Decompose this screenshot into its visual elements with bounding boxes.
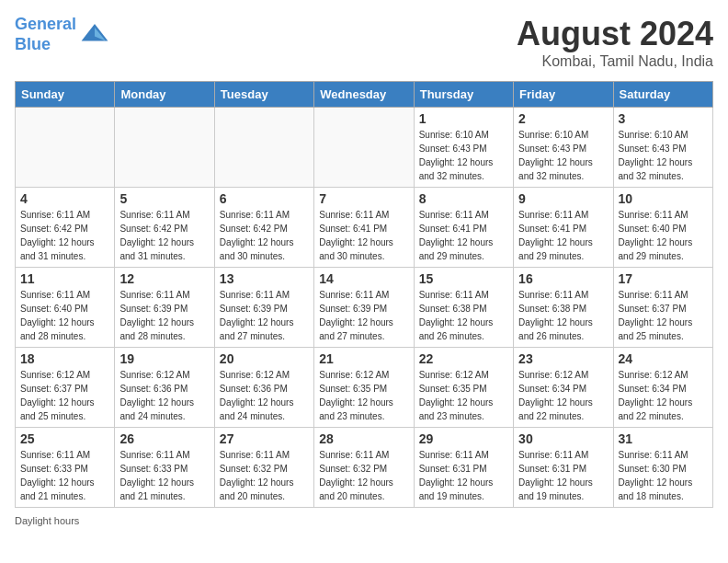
calendar-header-friday: Friday	[514, 82, 613, 108]
day-number: 19	[119, 351, 209, 366]
calendar-cell: 4Sunrise: 6:11 AM Sunset: 6:42 PM Daylig…	[16, 188, 115, 268]
day-number: 5	[119, 191, 209, 206]
calendar-week-5: 25Sunrise: 6:11 AM Sunset: 6:33 PM Dayli…	[16, 428, 713, 508]
calendar-cell: 25Sunrise: 6:11 AM Sunset: 6:33 PM Dayli…	[16, 428, 115, 508]
day-info: Sunrise: 6:11 AM Sunset: 6:38 PM Dayligh…	[518, 288, 608, 343]
calendar-cell	[314, 108, 414, 188]
calendar-cell: 5Sunrise: 6:11 AM Sunset: 6:42 PM Daylig…	[115, 188, 214, 268]
calendar-cell: 10Sunrise: 6:11 AM Sunset: 6:40 PM Dayli…	[613, 188, 712, 268]
calendar-cell: 15Sunrise: 6:11 AM Sunset: 6:38 PM Dayli…	[414, 268, 513, 348]
calendar-week-4: 18Sunrise: 6:12 AM Sunset: 6:37 PM Dayli…	[16, 348, 713, 428]
calendar-cell: 9Sunrise: 6:11 AM Sunset: 6:41 PM Daylig…	[514, 188, 613, 268]
calendar-cell: 22Sunrise: 6:12 AM Sunset: 6:35 PM Dayli…	[414, 348, 513, 428]
calendar-header-row: SundayMondayTuesdayWednesdayThursdayFrid…	[16, 82, 713, 108]
day-info: Sunrise: 6:11 AM Sunset: 6:41 PM Dayligh…	[419, 208, 508, 263]
month-year: August 2024	[517, 15, 713, 53]
day-number: 8	[419, 191, 508, 206]
day-number: 10	[619, 191, 708, 206]
calendar-header-tuesday: Tuesday	[214, 82, 313, 108]
calendar-cell	[214, 108, 313, 188]
day-info: Sunrise: 6:12 AM Sunset: 6:37 PM Dayligh…	[20, 368, 109, 423]
logo: General Blue	[15, 15, 109, 54]
day-number: 16	[518, 271, 608, 286]
calendar-header-sunday: Sunday	[16, 82, 115, 108]
day-info: Sunrise: 6:12 AM Sunset: 6:36 PM Dayligh…	[220, 368, 309, 423]
day-number: 18	[20, 351, 109, 366]
day-number: 27	[220, 431, 309, 446]
day-info: Sunrise: 6:12 AM Sunset: 6:35 PM Dayligh…	[319, 368, 408, 423]
calendar-cell: 18Sunrise: 6:12 AM Sunset: 6:37 PM Dayli…	[16, 348, 115, 428]
calendar-week-2: 4Sunrise: 6:11 AM Sunset: 6:42 PM Daylig…	[16, 188, 713, 268]
day-number: 13	[220, 271, 309, 286]
day-number: 25	[20, 431, 109, 446]
day-number: 11	[20, 271, 109, 286]
day-info: Sunrise: 6:11 AM Sunset: 6:42 PM Dayligh…	[220, 208, 309, 263]
day-number: 9	[518, 191, 608, 206]
calendar-cell: 31Sunrise: 6:11 AM Sunset: 6:30 PM Dayli…	[613, 428, 712, 508]
calendar-cell: 1Sunrise: 6:10 AM Sunset: 6:43 PM Daylig…	[414, 108, 513, 188]
day-info: Sunrise: 6:11 AM Sunset: 6:32 PM Dayligh…	[319, 448, 408, 503]
day-number: 24	[619, 351, 708, 366]
calendar-cell: 24Sunrise: 6:12 AM Sunset: 6:34 PM Dayli…	[613, 348, 712, 428]
day-info: Sunrise: 6:11 AM Sunset: 6:31 PM Dayligh…	[518, 448, 608, 503]
calendar-cell: 20Sunrise: 6:12 AM Sunset: 6:36 PM Dayli…	[214, 348, 313, 428]
day-number: 28	[319, 431, 408, 446]
calendar-header-wednesday: Wednesday	[314, 82, 414, 108]
calendar-cell	[115, 108, 214, 188]
day-number: 4	[20, 191, 109, 206]
calendar-cell: 27Sunrise: 6:11 AM Sunset: 6:32 PM Dayli…	[214, 428, 313, 508]
calendar-cell: 7Sunrise: 6:11 AM Sunset: 6:41 PM Daylig…	[314, 188, 414, 268]
day-info: Sunrise: 6:11 AM Sunset: 6:30 PM Dayligh…	[619, 448, 708, 503]
day-number: 1	[419, 111, 508, 126]
calendar-header-monday: Monday	[115, 82, 214, 108]
calendar-header-saturday: Saturday	[613, 82, 712, 108]
calendar-cell: 30Sunrise: 6:11 AM Sunset: 6:31 PM Dayli…	[514, 428, 613, 508]
calendar-cell: 16Sunrise: 6:11 AM Sunset: 6:38 PM Dayli…	[514, 268, 613, 348]
day-number: 31	[619, 431, 708, 446]
day-info: Sunrise: 6:12 AM Sunset: 6:36 PM Dayligh…	[119, 368, 209, 423]
day-number: 6	[220, 191, 309, 206]
day-info: Sunrise: 6:11 AM Sunset: 6:39 PM Dayligh…	[119, 288, 209, 343]
day-info: Sunrise: 6:11 AM Sunset: 6:37 PM Dayligh…	[619, 288, 708, 343]
location: Kombai, Tamil Nadu, India	[517, 53, 713, 70]
calendar-cell: 14Sunrise: 6:11 AM Sunset: 6:39 PM Dayli…	[314, 268, 414, 348]
calendar-cell: 2Sunrise: 6:10 AM Sunset: 6:43 PM Daylig…	[514, 108, 613, 188]
day-info: Sunrise: 6:11 AM Sunset: 6:41 PM Dayligh…	[319, 208, 408, 263]
day-info: Sunrise: 6:10 AM Sunset: 6:43 PM Dayligh…	[419, 128, 508, 183]
day-info: Sunrise: 6:11 AM Sunset: 6:40 PM Dayligh…	[20, 288, 109, 343]
title-block: August 2024 Kombai, Tamil Nadu, India	[517, 15, 713, 70]
day-info: Sunrise: 6:11 AM Sunset: 6:41 PM Dayligh…	[518, 208, 608, 263]
day-info: Sunrise: 6:12 AM Sunset: 6:35 PM Dayligh…	[419, 368, 508, 423]
day-number: 14	[319, 271, 408, 286]
day-number: 29	[419, 431, 508, 446]
calendar-week-3: 11Sunrise: 6:11 AM Sunset: 6:40 PM Dayli…	[16, 268, 713, 348]
day-number: 15	[419, 271, 508, 286]
day-number: 7	[319, 191, 408, 206]
day-info: Sunrise: 6:11 AM Sunset: 6:32 PM Dayligh…	[220, 448, 309, 503]
calendar-cell: 12Sunrise: 6:11 AM Sunset: 6:39 PM Dayli…	[115, 268, 214, 348]
calendar-table: SundayMondayTuesdayWednesdayThursdayFrid…	[15, 81, 713, 508]
day-number: 3	[619, 111, 708, 126]
day-info: Sunrise: 6:10 AM Sunset: 6:43 PM Dayligh…	[518, 128, 608, 183]
calendar-cell: 26Sunrise: 6:11 AM Sunset: 6:33 PM Dayli…	[115, 428, 214, 508]
calendar-header-thursday: Thursday	[414, 82, 513, 108]
logo-icon	[80, 20, 109, 50]
calendar-cell: 28Sunrise: 6:11 AM Sunset: 6:32 PM Dayli…	[314, 428, 414, 508]
day-info: Sunrise: 6:11 AM Sunset: 6:40 PM Dayligh…	[619, 208, 708, 263]
logo-text: General Blue	[15, 15, 76, 54]
calendar-cell: 17Sunrise: 6:11 AM Sunset: 6:37 PM Dayli…	[613, 268, 712, 348]
day-number: 23	[518, 351, 608, 366]
day-number: 12	[119, 271, 209, 286]
calendar-body: 1Sunrise: 6:10 AM Sunset: 6:43 PM Daylig…	[16, 108, 713, 508]
day-number: 20	[220, 351, 309, 366]
calendar-cell: 29Sunrise: 6:11 AM Sunset: 6:31 PM Dayli…	[414, 428, 513, 508]
day-number: 17	[619, 271, 708, 286]
day-info: Sunrise: 6:11 AM Sunset: 6:31 PM Dayligh…	[419, 448, 508, 503]
calendar-cell: 3Sunrise: 6:10 AM Sunset: 6:43 PM Daylig…	[613, 108, 712, 188]
day-info: Sunrise: 6:12 AM Sunset: 6:34 PM Dayligh…	[619, 368, 708, 423]
calendar-cell: 13Sunrise: 6:11 AM Sunset: 6:39 PM Dayli…	[214, 268, 313, 348]
day-number: 2	[518, 111, 608, 126]
calendar-cell: 21Sunrise: 6:12 AM Sunset: 6:35 PM Dayli…	[314, 348, 414, 428]
calendar-week-1: 1Sunrise: 6:10 AM Sunset: 6:43 PM Daylig…	[16, 108, 713, 188]
day-info: Sunrise: 6:11 AM Sunset: 6:33 PM Dayligh…	[20, 448, 109, 503]
